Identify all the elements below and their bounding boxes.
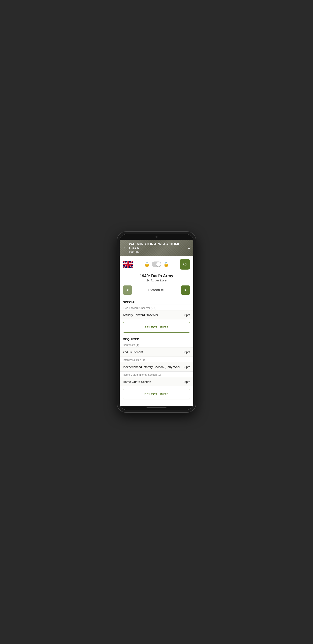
controls-row: 🔓 🔒 ⚙ bbox=[120, 256, 193, 273]
item-pts: 50pts bbox=[183, 350, 190, 354]
header-title: WALMINGTON-ON-SEA HOME GUAR bbox=[129, 242, 188, 250]
app-header: ← WALMINGTON-ON-SEA HOME GUAR 500PTS ≡ bbox=[120, 240, 193, 256]
special-category-0: Free Forward Observer (0-1) bbox=[120, 304, 193, 310]
uk-flag bbox=[123, 261, 133, 268]
item-name: Home Guard Section bbox=[123, 380, 151, 384]
header-text: WALMINGTON-ON-SEA HOME GUAR 500PTS bbox=[129, 242, 188, 254]
phone-screen: ← WALMINGTON-ON-SEA HOME GUAR 500PTS ≡ bbox=[120, 234, 193, 410]
settings-icon: ⚙ bbox=[183, 262, 187, 267]
next-platoon-button[interactable]: > bbox=[181, 286, 190, 295]
item-name: Inexperienced Infantry Section (Early Wa… bbox=[123, 365, 180, 368]
status-bar bbox=[120, 234, 193, 240]
required-category-0: Lieutenant (1) bbox=[120, 342, 193, 347]
bottom-bar bbox=[120, 406, 193, 410]
order-dice: 10 Order Dice bbox=[120, 278, 193, 286]
required-category-1: Infantry Section (1) bbox=[120, 356, 193, 362]
item-name: 2nd Lieutenant bbox=[123, 350, 143, 354]
phone-device: ← WALMINGTON-ON-SEA HOME GUAR 500PTS ≡ bbox=[117, 232, 196, 412]
select-units-button-required[interactable]: SELECT UNITS bbox=[123, 389, 190, 400]
item-pts: 0pts bbox=[184, 313, 190, 317]
required-section-header: REQUIRED bbox=[120, 335, 193, 342]
home-indicator bbox=[146, 408, 167, 408]
platoon-label: Platoon #1 bbox=[134, 288, 179, 292]
prev-platoon-button[interactable]: < bbox=[123, 286, 132, 295]
header-subtitle: 500PTS bbox=[129, 250, 188, 254]
main-content: 🔓 🔒 ⚙ 1940: Dad's Army 10 Order Dice < P… bbox=[120, 256, 193, 406]
army-name: 1940: Dad's Army bbox=[120, 273, 193, 278]
menu-button[interactable]: ≡ bbox=[188, 246, 190, 250]
list-item[interactable]: Artillery Forward Observer 0pts bbox=[120, 310, 193, 320]
item-pts: 35pts bbox=[183, 380, 190, 384]
list-item[interactable]: Inexperienced Infantry Section (Early Wa… bbox=[120, 362, 193, 372]
settings-button[interactable]: ⚙ bbox=[180, 259, 190, 270]
list-item[interactable]: Home Guard Section 35pts bbox=[120, 377, 193, 386]
back-button[interactable]: ← bbox=[123, 245, 127, 250]
camera-dot bbox=[155, 236, 158, 238]
lock-left-icon: 🔓 bbox=[144, 262, 150, 267]
toggle-knob bbox=[156, 262, 161, 266]
platoon-nav: < Platoon #1 > bbox=[120, 286, 193, 298]
special-section-header: SPECIAL bbox=[120, 298, 193, 304]
toggle-switch[interactable] bbox=[152, 262, 161, 267]
required-category-2: Home Guard Infantry Section (1) bbox=[120, 372, 193, 377]
lock-toggle-group: 🔓 🔒 bbox=[135, 262, 178, 267]
item-pts: 35pts bbox=[183, 365, 190, 368]
select-units-button-special[interactable]: SELECT UNITS bbox=[123, 322, 190, 332]
list-item[interactable]: 2nd Lieutenant 50pts bbox=[120, 347, 193, 356]
lock-right-icon: 🔒 bbox=[163, 262, 169, 267]
item-name: Artillery Forward Observer bbox=[123, 313, 158, 317]
